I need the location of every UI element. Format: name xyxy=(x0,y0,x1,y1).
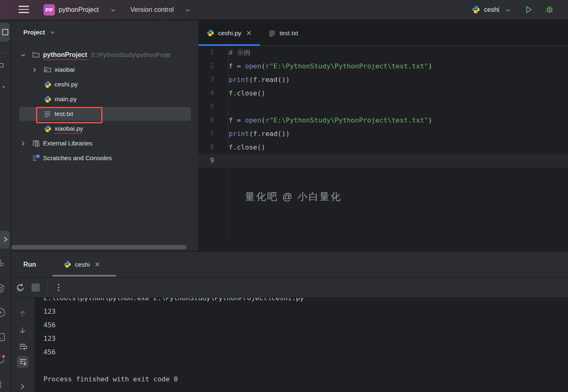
watermark: 量化吧 @ 小白量化 xyxy=(245,190,342,203)
project-panel-header[interactable]: Project xyxy=(23,29,56,36)
tree-item-xiaobai-py[interactable]: xiaobai.py xyxy=(11,121,198,136)
editor-tab-ceshi-py[interactable]: ceshi.py xyxy=(198,20,260,45)
line-number[interactable]: 1 xyxy=(198,46,228,59)
editor-area: ceshi.pytest.txt 1# 示例2f = open(r"E:\Pyt… xyxy=(198,20,568,251)
rerun-button[interactable] xyxy=(16,283,25,292)
tree-item-ceshi-py[interactable]: ceshi.py xyxy=(11,77,198,92)
tree-item-xiaobai[interactable]: xiaobai xyxy=(11,62,198,77)
code-line: 6f = open(r"E:\PythonStudy\PythonProject… xyxy=(198,113,568,127)
code-text: print(f.read()) xyxy=(229,73,290,86)
code-line: 1# 示例 xyxy=(198,46,568,59)
libraries-icon xyxy=(32,139,40,147)
run-panel-header: Run ceshi xyxy=(11,252,568,278)
chevron-right-icon[interactable] xyxy=(30,66,39,74)
code-line: 8f.close() xyxy=(198,140,568,154)
stripe-divider xyxy=(1,52,8,53)
tool-window-stripe-left xyxy=(0,20,11,392)
chevron-right-icon[interactable] xyxy=(19,383,26,390)
line-number[interactable]: 3 xyxy=(198,73,228,86)
problems-stripe-icon[interactable] xyxy=(0,354,6,365)
project-tool-window: Project pythonProjectE:\PythonStudy\pyth… xyxy=(11,20,198,251)
version-control-widget[interactable]: Version control xyxy=(130,0,174,20)
scroll-to-end-icon[interactable] xyxy=(18,358,27,367)
tree-item-label: xiaobai.py xyxy=(55,125,83,132)
line-number[interactable]: 2 xyxy=(198,59,228,73)
close-icon[interactable] xyxy=(246,30,252,36)
chevron-spacer xyxy=(30,80,39,88)
line-number[interactable]: 6 xyxy=(198,113,228,127)
terminal-stripe-icon[interactable] xyxy=(0,332,6,342)
main-toolbar: PP pythonProject Version control ceshi xyxy=(0,0,568,20)
chevron-spacer xyxy=(30,95,39,103)
tree-item-scratches-and-consoles[interactable]: Scratches and Consoles xyxy=(11,151,198,165)
code-line: 7print(f.read()) xyxy=(198,127,568,140)
run-config-selector[interactable]: ceshi xyxy=(484,0,499,20)
tree-item-external-libraries[interactable]: External Libraries xyxy=(11,136,198,151)
run-tool-window: Run ceshi xyxy=(11,251,568,392)
structure-stripe-icon[interactable] xyxy=(3,86,5,88)
git-stripe-icon[interactable] xyxy=(0,257,6,268)
horizontal-scrollbar[interactable] xyxy=(11,245,186,249)
chevron-spacer xyxy=(19,154,27,162)
stop-button[interactable] xyxy=(32,283,40,292)
line-number[interactable]: 4 xyxy=(198,86,228,100)
text-file-icon xyxy=(268,29,276,37)
run-tab-ceshi[interactable]: ceshi xyxy=(64,252,100,277)
console-line: E:\tools\python\python.exe E:\PythonStud… xyxy=(43,298,568,305)
chevron-down-icon xyxy=(504,7,511,14)
up-stack-trace-icon[interactable] xyxy=(18,309,27,318)
code-text: f = open(r"E:\PythonStudy\PythonProject\… xyxy=(229,113,432,127)
editor-tab-bar: ceshi.pytest.txt xyxy=(198,20,568,46)
down-stack-trace-icon[interactable] xyxy=(18,326,27,335)
python-icon xyxy=(472,5,480,14)
run-panel-title: Run xyxy=(23,252,36,277)
python-icon xyxy=(64,261,71,268)
code-line: 4f.close() xyxy=(198,86,568,100)
code-editor[interactable]: 1# 示例2f = open(r"E:\PythonStudy\PythonPr… xyxy=(198,46,568,238)
code-line: 3print(f.read()) xyxy=(198,73,568,86)
project-badge[interactable]: PP xyxy=(43,4,55,16)
line-number[interactable]: 5 xyxy=(198,100,228,113)
python-icon xyxy=(43,95,52,103)
expand-stripe-button[interactable] xyxy=(0,231,10,249)
line-number[interactable]: 8 xyxy=(198,140,228,154)
tree-item-main-py[interactable]: main.py xyxy=(11,92,198,106)
close-icon[interactable] xyxy=(95,262,100,267)
tree-item-test-txt[interactable]: test.txt xyxy=(11,106,198,121)
line-number[interactable]: 9 xyxy=(198,154,228,168)
run-toolbar xyxy=(11,278,568,298)
python-packages-stripe-icon[interactable] xyxy=(0,307,6,318)
folder-excluded-icon xyxy=(43,66,52,74)
todo-stripe-icon[interactable] xyxy=(0,379,6,390)
chevron-spacer xyxy=(30,110,39,118)
console-line: 123 xyxy=(43,305,568,318)
code-text: f = open(r"E:\PythonStudy\PythonProject\… xyxy=(229,59,432,73)
line-number[interactable]: 7 xyxy=(198,127,228,140)
tree-item-label: External Libraries xyxy=(43,140,93,147)
chevron-down-icon[interactable] xyxy=(19,51,27,59)
code-text xyxy=(229,100,233,113)
soft-wrap-icon[interactable] xyxy=(18,342,27,351)
commit-stripe-icon[interactable] xyxy=(0,62,5,69)
more-options-button[interactable] xyxy=(54,283,64,292)
project-name-widget[interactable]: pythonProject xyxy=(59,0,99,20)
python-icon xyxy=(43,125,52,133)
project-tree: pythonProjectE:\PythonStudy\pythonProjex… xyxy=(11,48,198,165)
code-line: 2f = open(r"E:\PythonStudy\PythonProject… xyxy=(198,59,568,73)
tree-item-label: pythonProject xyxy=(43,51,87,59)
console-line xyxy=(43,359,568,372)
main-menu-icon[interactable] xyxy=(18,6,29,14)
services-stripe-icon[interactable] xyxy=(0,283,6,293)
python-icon xyxy=(43,80,52,88)
tree-item-label: xiaobai xyxy=(55,66,75,73)
debug-button[interactable] xyxy=(545,5,554,14)
console-line: 456 xyxy=(43,318,568,332)
run-button[interactable] xyxy=(524,5,534,14)
chevron-right-icon[interactable] xyxy=(19,139,27,147)
tab-label: test.txt xyxy=(279,29,298,37)
project-stripe-button[interactable] xyxy=(0,23,10,42)
console-output[interactable]: E:\tools\python\python.exe E:\PythonStud… xyxy=(35,298,568,392)
tree-item-pythonproject[interactable]: pythonProjectE:\PythonStudy\pythonProje xyxy=(11,48,198,62)
editor-tab-test-txt[interactable]: test.txt xyxy=(260,20,307,45)
code-text: f.close() xyxy=(229,86,265,100)
